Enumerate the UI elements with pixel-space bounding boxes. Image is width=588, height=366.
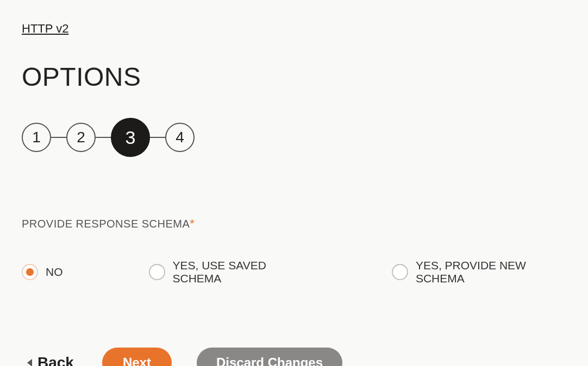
required-indicator: * [190,217,195,230]
radio-label: YES, USE SAVED SCHEMA [173,259,308,285]
radio-label: NO [46,266,63,279]
chevron-left-icon [27,359,32,366]
step-connector [96,137,111,138]
button-group: Back Next Discard Changes [27,348,566,366]
radio-option-provide-new[interactable]: YES, PROVIDE NEW SCHEMA [392,259,566,285]
step-2[interactable]: 2 [66,123,96,152]
step-connector [150,137,165,138]
step-indicator: 1 2 3 4 [22,118,566,157]
step-connector [51,137,66,138]
response-schema-field: PROVIDE RESPONSE SCHEMA* NO YES, USE SAV… [22,217,566,285]
radio-icon [392,264,408,280]
breadcrumb-link[interactable]: HTTP v2 [22,22,68,36]
radio-group: NO YES, USE SAVED SCHEMA YES, PROVIDE NE… [22,259,566,285]
radio-label: YES, PROVIDE NEW SCHEMA [416,259,566,285]
radio-dot-icon [26,268,34,276]
page-title: OPTIONS [22,62,566,92]
radio-icon [149,264,165,280]
radio-option-use-saved[interactable]: YES, USE SAVED SCHEMA [149,259,308,285]
back-label: Back [37,354,74,366]
radio-option-no[interactable]: NO [22,259,63,285]
step-3[interactable]: 3 [111,118,150,157]
back-button[interactable]: Back [27,354,74,366]
step-4[interactable]: 4 [165,123,195,152]
next-button[interactable]: Next [102,348,172,366]
radio-icon [22,264,38,280]
discard-changes-button[interactable]: Discard Changes [197,348,342,366]
field-label: PROVIDE RESPONSE SCHEMA [22,218,190,230]
step-1[interactable]: 1 [22,123,51,152]
